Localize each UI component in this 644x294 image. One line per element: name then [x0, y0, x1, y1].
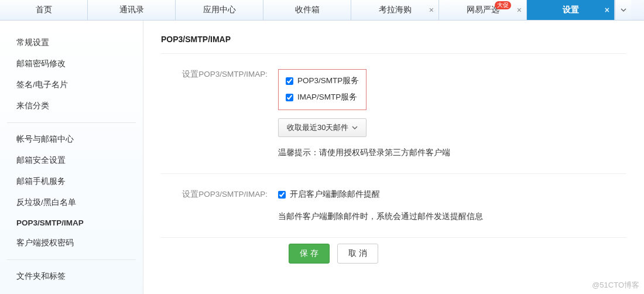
chevron-down-icon — [621, 7, 626, 13]
tab-label: 收件箱 — [295, 5, 320, 15]
tab-yanxuan[interactable]: 网易严选 大促 × — [439, 0, 527, 20]
save-button[interactable]: 保 存 — [289, 244, 330, 264]
checkbox-delete-notify[interactable]: 开启客户端删除邮件提醒 — [278, 189, 626, 200]
section-label: 设置POP3/SMTP/IMAP: — [161, 69, 278, 158]
section-services: 设置POP3/SMTP/IMAP: POP3/SMTP服务 IMAP/SMTP服… — [161, 54, 626, 174]
close-icon[interactable]: × — [605, 5, 609, 15]
sidebar: 常规设置 邮箱密码修改 签名/电子名片 来信分类 帐号与邮箱中心 邮箱安全设置 … — [0, 20, 143, 294]
highlight-box: POP3/SMTP服务 IMAP/SMTP服务 — [278, 69, 366, 110]
tab-settings[interactable]: 设置 × — [527, 0, 615, 20]
close-icon[interactable]: × — [429, 5, 434, 15]
sidebar-item-signature[interactable]: 签名/电子名片 — [0, 74, 143, 95]
tab-label: 考拉海购 — [379, 5, 412, 15]
section-delete-notify: 设置POP3/SMTP/IMAP: 开启客户端删除邮件提醒 当邮件客户端删除邮件… — [161, 174, 626, 238]
sidebar-item-password[interactable]: 邮箱密码修改 — [0, 53, 143, 74]
section-body: 开启客户端删除邮件提醒 当邮件客户端删除邮件时，系统会通过邮件发送提醒信息 — [278, 189, 626, 222]
checkbox-label: 开启客户端删除邮件提醒 — [290, 189, 380, 200]
tab-contacts[interactable]: 通讯录 — [88, 0, 176, 20]
panel-title: POP3/SMTP/IMAP — [161, 35, 626, 54]
promo-badge: 大促 — [495, 1, 511, 9]
actions-row: 保 存 取 消 — [289, 238, 626, 275]
sidebar-item-spam[interactable]: 反垃圾/黑白名单 — [0, 192, 143, 213]
checkbox-input[interactable] — [278, 191, 286, 199]
sidebar-item-protocol[interactable]: POP3/SMTP/IMAP — [0, 213, 143, 233]
tab-label: 设置 — [563, 5, 579, 15]
checkbox-input[interactable] — [286, 94, 293, 101]
sidebar-item-incoming[interactable]: 来信分类 — [0, 95, 143, 117]
checkbox-label: IMAP/SMTP服务 — [297, 92, 357, 102]
top-tabs: 首页 通讯录 应用中心 收件箱 考拉海购 × 网易严选 大促 × 设置 × — [0, 0, 644, 20]
checkbox-input[interactable] — [286, 77, 293, 85]
close-icon[interactable]: × — [517, 5, 522, 15]
retrieve-range-dropdown[interactable]: 收取最近30天邮件 — [278, 118, 366, 137]
tab-apps[interactable]: 应用中心 — [176, 0, 263, 20]
sidebar-item-general[interactable]: 常规设置 — [0, 32, 143, 53]
divider — [7, 259, 136, 260]
cancel-button[interactable]: 取 消 — [337, 244, 378, 264]
section-body: POP3/SMTP服务 IMAP/SMTP服务 收取最近30天邮件 温馨提示：请… — [278, 69, 626, 158]
sidebar-item-account[interactable]: 帐号与邮箱中心 — [0, 129, 143, 150]
sidebar-item-authcode[interactable]: 客户端授权密码 — [0, 233, 143, 254]
tab-label: 首页 — [36, 5, 52, 15]
sidebar-item-folders[interactable]: 文件夹和标签 — [0, 266, 143, 287]
tab-label: 通讯录 — [119, 5, 144, 15]
tab-home[interactable]: 首页 — [0, 0, 88, 20]
tab-label: 应用中心 — [203, 5, 236, 15]
checkbox-pop3[interactable]: POP3/SMTP服务 — [286, 76, 359, 86]
tab-label: 网易严选 — [467, 5, 499, 15]
watermark: @51CTO博客 — [592, 280, 639, 290]
tab-inbox[interactable]: 收件箱 — [263, 0, 351, 20]
hint-text: 温馨提示：请使用授权码登录第三方邮件客户端 — [278, 148, 626, 158]
checkbox-imap[interactable]: IMAP/SMTP服务 — [286, 92, 359, 102]
divider — [7, 122, 136, 123]
checkbox-label: POP3/SMTP服务 — [297, 76, 359, 86]
sidebar-item-security[interactable]: 邮箱安全设置 — [0, 150, 143, 171]
section-label: 设置POP3/SMTP/IMAP: — [161, 189, 278, 222]
desc-text: 当邮件客户端删除邮件时，系统会通过邮件发送提醒信息 — [278, 211, 626, 222]
workspace: 常规设置 邮箱密码修改 签名/电子名片 来信分类 帐号与邮箱中心 邮箱安全设置 … — [0, 20, 644, 294]
main-panel: POP3/SMTP/IMAP 设置POP3/SMTP/IMAP: POP3/SM… — [143, 20, 644, 294]
dropdown-label: 收取最近30天邮件 — [287, 122, 348, 133]
sidebar-item-mobile[interactable]: 邮箱手机服务 — [0, 171, 143, 192]
tab-kaola[interactable]: 考拉海购 × — [351, 0, 439, 20]
chevron-down-icon — [352, 125, 358, 131]
tab-more-button[interactable] — [615, 0, 631, 20]
